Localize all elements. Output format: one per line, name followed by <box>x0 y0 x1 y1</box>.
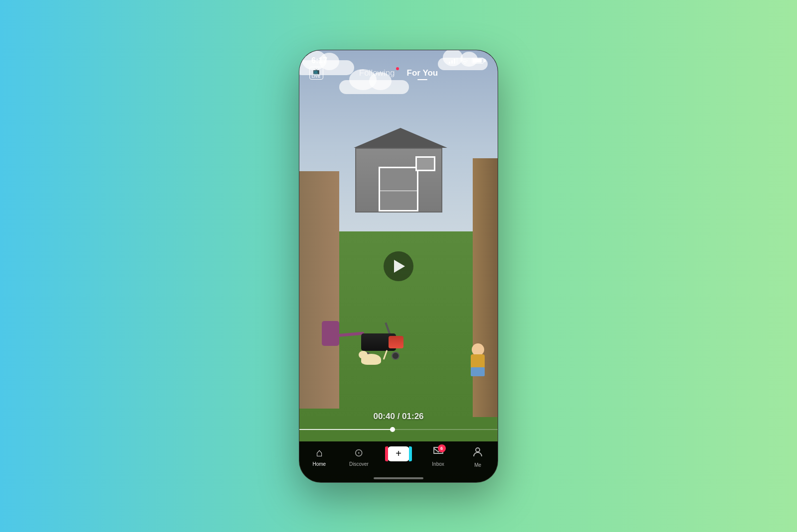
nav-item-home[interactable]: ⌂ Home <box>304 446 334 467</box>
me-label: Me <box>474 462 481 468</box>
play-icon <box>394 260 405 273</box>
add-icon: + <box>388 446 409 461</box>
inbox-badge: 6 <box>438 444 446 452</box>
play-button[interactable] <box>384 251 413 281</box>
status-bar: 6:17 <box>299 50 498 68</box>
home-icon: ⌂ <box>316 446 322 459</box>
home-label: Home <box>312 461 326 467</box>
live-button[interactable]: 📺 LIVE <box>309 67 323 80</box>
nav-item-discover[interactable]: ⊙ Discover <box>344 446 374 467</box>
signal-icon <box>449 58 458 64</box>
shed <box>354 128 443 213</box>
progress-bar[interactable] <box>299 429 498 430</box>
notification-dot <box>396 67 399 70</box>
discover-label: Discover <box>349 461 369 467</box>
me-icon <box>472 446 483 460</box>
progress-fill <box>299 429 393 430</box>
status-icons <box>449 58 486 64</box>
wifi-icon <box>461 58 469 64</box>
dog <box>359 347 386 370</box>
home-indicator <box>374 477 423 479</box>
child <box>468 343 488 378</box>
video-area[interactable]: 00:40 / 01:26 <box>299 50 498 482</box>
discover-icon: ⊙ <box>354 446 363 459</box>
top-nav: 📺 LIVE Following For You <box>299 68 498 78</box>
bottom-nav: ⌂ Home ⊙ Discover + 6 Inbox <box>299 441 498 482</box>
status-time: 6:17 <box>311 56 327 65</box>
inbox-icon: 6 <box>433 446 444 459</box>
nav-item-me[interactable]: Me <box>463 446 493 468</box>
person <box>319 306 349 361</box>
svg-point-0 <box>464 63 466 64</box>
live-tv-icon: 📺 <box>313 68 320 75</box>
phone-container: 6:17 📺 LIVE Following <box>299 50 498 483</box>
inbox-label: Inbox <box>432 461 444 467</box>
battery-icon <box>472 58 486 64</box>
nav-item-add[interactable]: + <box>384 446 413 461</box>
live-label: LIVE <box>312 75 321 78</box>
svg-point-1 <box>476 448 480 452</box>
nav-tabs: Following For You <box>359 68 438 78</box>
foryou-tab[interactable]: For You <box>407 68 438 78</box>
following-tab[interactable]: Following <box>359 68 395 78</box>
nav-item-inbox[interactable]: 6 Inbox <box>423 446 453 467</box>
video-timestamp: 00:40 / 01:26 <box>373 412 423 422</box>
